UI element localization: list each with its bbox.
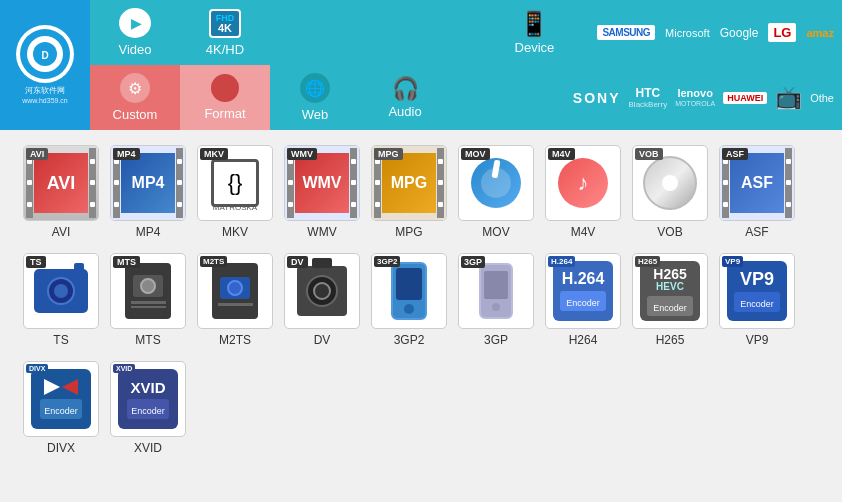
4khd-label: 4K/HD [206,42,244,57]
format-mpg[interactable]: MPG MPG MPG [368,145,450,239]
brands-row2: SONY HTC BlackBerry lenovo MOTOROLA HUAW… [565,65,842,130]
web-label: Web [302,107,329,122]
video-label: Video [118,42,151,57]
m2ts-label: M2TS [219,333,251,347]
brand-tv[interactable]: 📺 [775,85,802,111]
format-m2ts[interactable]: M2TS M2TS [194,253,276,347]
3gp2-label: 3GP2 [394,333,425,347]
nav-item-web[interactable]: 🌐 Web [270,65,360,130]
video-icon: ▶ [119,8,151,38]
h265-label: H265 [656,333,685,347]
4khd-badge: FHD 4K [209,9,242,38]
mp4-label: MP4 [136,225,161,239]
brand-other[interactable]: Othe [810,92,834,104]
custom-label: Custom [113,107,158,122]
format-mp4[interactable]: MP4 MP4 MP4 [107,145,189,239]
brand-huawei[interactable]: HUAWEI [723,92,767,104]
format-3gp[interactable]: 3GP 3GP [455,253,537,347]
format-xvid[interactable]: XVID Encoder XVID XVID [107,361,189,455]
format-h264[interactable]: H.264 Encoder H.264 H264 [542,253,624,347]
logo-text: 河东软件网 www.hd359.cn [22,86,68,105]
format-vp9[interactable]: VP9 Encoder VP9 VP9 [716,253,798,347]
logo-area: D 河东软件网 www.hd359.cn [0,0,90,130]
mkv-label: MKV [222,225,248,239]
mov-label: MOV [482,225,509,239]
dv-label: DV [314,333,331,347]
format-3gp2[interactable]: 3GP2 3GP2 [368,253,450,347]
nav-top-row: ▶ Video FHD 4K 4K/HD 📱 Devi [90,0,842,65]
format-vob[interactable]: VOB VOB [629,145,711,239]
avi-label: AVI [52,225,70,239]
device-icon: 📱 [519,10,549,38]
brand-microsoft[interactable]: Microsoft [665,27,710,39]
h264-label: H264 [569,333,598,347]
brand-google[interactable]: Google [720,26,759,40]
format-asf[interactable]: ASF ASF ASF [716,145,798,239]
format-h265[interactable]: H265 HEVC Encoder H265 H265 [629,253,711,347]
wmv-label: WMV [307,225,336,239]
format-label: Format [204,106,245,121]
device-label: Device [515,40,555,55]
nav-item-device[interactable]: 📱 Device [489,0,579,65]
mts-label: MTS [135,333,160,347]
vob-label: VOB [657,225,682,239]
format-mov[interactable]: MOV MOV [455,145,537,239]
3gp-label: 3GP [484,333,508,347]
brand-htc[interactable]: HTC BlackBerry [629,86,668,110]
nav-area: ▶ Video FHD 4K 4K/HD 📱 Devi [90,0,842,130]
format-grid: AVI AVI AVI [20,145,822,455]
format-mts[interactable]: MTS MTS [107,253,189,347]
format-icon [211,74,239,102]
nav-item-4khd[interactable]: FHD 4K 4K/HD [180,0,270,65]
xvid-label: XVID [134,441,162,455]
brand-amazon[interactable]: amaz [806,27,834,39]
mpg-label: MPG [395,225,422,239]
divx-label: DIVX [47,441,75,455]
audio-icon: 🎧 [392,76,419,102]
audio-label: Audio [388,104,421,119]
nav-item-audio[interactable]: 🎧 Audio [360,65,450,130]
brand-sony[interactable]: SONY [573,90,621,106]
format-divx[interactable]: Encoder DIVX DIVX [20,361,102,455]
brands-row1: SAMSUNG Microsoft Google LG amaz [579,0,842,65]
svg-text:D: D [41,50,48,61]
web-icon: 🌐 [300,73,330,103]
ts-label: TS [53,333,68,347]
format-avi[interactable]: AVI AVI AVI [20,145,102,239]
m4v-label: M4V [571,225,596,239]
asf-label: ASF [745,225,768,239]
brand-lg[interactable]: LG [768,23,796,42]
brand-samsung[interactable]: SAMSUNG [597,25,655,40]
format-ts[interactable]: TS TS [20,253,102,347]
logo-circle: D [16,25,74,83]
brand-lenovo[interactable]: lenovo MOTOROLA [675,87,715,109]
nav-item-custom[interactable]: ⚙ Custom [90,65,180,130]
app-container: D 河东软件网 www.hd359.cn ▶ Video [0,0,842,502]
content-area: AVI AVI AVI [0,130,842,502]
header: D 河东软件网 www.hd359.cn ▶ Video [0,0,842,130]
format-m4v[interactable]: ♪ M4V M4V [542,145,624,239]
format-mkv[interactable]: {} MATROSKA MKV MKV [194,145,276,239]
vp9-label: VP9 [746,333,769,347]
format-dv[interactable]: DV DV [281,253,363,347]
nav-bottom-row: ⚙ Custom Format 🌐 Web 🎧 Audio [90,65,842,130]
nav-item-video[interactable]: ▶ Video [90,0,180,65]
nav-item-format[interactable]: Format [180,65,270,130]
custom-icon: ⚙ [120,73,150,103]
format-wmv[interactable]: WMV WMV WMV [281,145,363,239]
